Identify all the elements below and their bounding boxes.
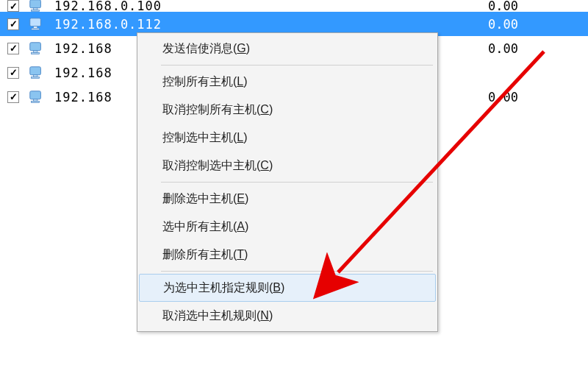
host-ip: 192.168.0.100 <box>54 0 231 12</box>
menu-item-label: 控制选中主机 <box>162 130 233 146</box>
svg-rect-10 <box>33 74 37 77</box>
host-value: 0.00 <box>488 17 518 32</box>
host-row[interactable]: 192.168.0.1000.00 <box>0 0 588 12</box>
host-checkbox[interactable] <box>7 43 19 54</box>
menu-item-label: 删除选中主机 <box>162 191 233 207</box>
menu-item-label: 删除所有主机 <box>162 247 233 263</box>
svg-rect-11 <box>32 77 40 78</box>
menu-item-label: 取消选中主机规则 <box>162 308 257 324</box>
svg-rect-7 <box>33 50 37 52</box>
host-value: 0.00 <box>488 0 518 12</box>
menu-item[interactable]: 控制所有主机(L) <box>139 68 436 96</box>
menu-item[interactable]: 取消控制所有主机(C) <box>139 96 436 124</box>
svg-rect-4 <box>33 26 37 28</box>
computer-icon <box>28 16 44 32</box>
menu-item-mnemonic: (C) <box>257 159 273 172</box>
menu-item-mnemonic: (N) <box>257 309 273 322</box>
svg-rect-9 <box>30 66 41 74</box>
svg-rect-1 <box>33 8 37 10</box>
svg-rect-12 <box>30 91 41 99</box>
menu-item-mnemonic: (C) <box>257 103 273 116</box>
svg-rect-13 <box>33 99 37 101</box>
host-checkbox[interactable] <box>7 91 19 103</box>
menu-item-mnemonic: (G) <box>233 42 250 55</box>
menu-item-mnemonic: (B) <box>269 281 284 294</box>
computer-icon <box>28 40 44 57</box>
menu-item[interactable]: 选中所有主机(A) <box>139 213 436 241</box>
svg-rect-5 <box>32 28 40 29</box>
menu-item-label: 发送信使消息 <box>162 41 233 57</box>
menu-item-label: 为选中主机指定规则 <box>163 280 269 296</box>
svg-rect-2 <box>32 10 40 12</box>
svg-rect-6 <box>30 42 41 50</box>
svg-rect-8 <box>32 52 40 54</box>
menu-item[interactable]: 取消控制选中主机(C) <box>139 152 436 180</box>
menu-separator <box>161 65 433 66</box>
menu-item[interactable]: 发送信使消息(G) <box>139 35 436 63</box>
menu-item-mnemonic: (A) <box>233 220 248 233</box>
svg-rect-14 <box>32 101 40 102</box>
host-ip: 192.168.0.112 <box>54 17 231 32</box>
menu-item[interactable]: 删除所有主机(T) <box>139 241 436 269</box>
host-value: 0.00 <box>488 41 518 56</box>
context-menu: 发送信使消息(G)控制所有主机(L)取消控制所有主机(C)控制选中主机(L)取消… <box>137 32 438 332</box>
menu-item[interactable]: 控制选中主机(L) <box>139 124 436 152</box>
menu-item-mnemonic: (L) <box>233 75 248 88</box>
menu-item-mnemonic: (E) <box>233 192 248 205</box>
svg-rect-0 <box>30 0 41 8</box>
computer-icon <box>28 65 44 81</box>
menu-item[interactable]: 删除选中主机(E) <box>139 185 436 213</box>
menu-separator <box>161 182 433 183</box>
host-checkbox[interactable] <box>7 0 19 12</box>
menu-item-label: 取消控制选中主机 <box>162 158 257 174</box>
menu-separator <box>161 271 433 272</box>
computer-icon <box>28 0 44 12</box>
menu-item-mnemonic: (T) <box>233 248 248 261</box>
menu-item[interactable]: 取消选中主机规则(N) <box>139 302 436 330</box>
host-checkbox[interactable] <box>7 18 19 30</box>
menu-item-mnemonic: (L) <box>233 131 248 144</box>
menu-item-label: 选中所有主机 <box>162 219 233 235</box>
menu-item-label: 控制所有主机 <box>162 74 233 90</box>
menu-item-label: 取消控制所有主机 <box>162 102 257 118</box>
svg-rect-3 <box>30 18 41 26</box>
menu-item[interactable]: 为选中主机指定规则(B) <box>139 274 436 302</box>
host-value: 0.00 <box>488 90 518 105</box>
host-checkbox[interactable] <box>7 67 19 79</box>
computer-icon <box>28 89 44 105</box>
